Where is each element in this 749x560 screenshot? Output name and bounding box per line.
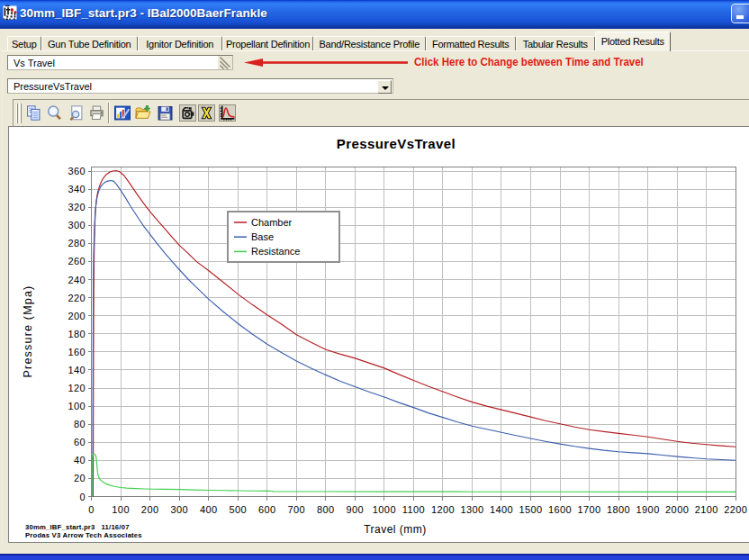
- titlebar-edge: [0, 27, 749, 29]
- x-tick-label: 1200: [431, 504, 455, 515]
- plot-setup-icon: [219, 104, 236, 122]
- y-tick-label: 0: [80, 492, 86, 502]
- title-bar: 30mm_IBF_start.pr3 - IBal2000BaerFrankle: [0, 0, 749, 27]
- minimize-button[interactable]: [731, 4, 749, 23]
- y-tick-label: 100: [68, 401, 86, 411]
- zoom-icon: [47, 105, 62, 121]
- chart-footnote-file: 30mm_IBF_start.pr3 11/16/07: [25, 523, 130, 531]
- copy-icon: [26, 105, 41, 121]
- x-tick-label: 100: [112, 504, 130, 515]
- tab-gun-tube-definition[interactable]: Gun Tube Definition: [41, 36, 138, 50]
- tab-plotted-results[interactable]: Plotted Results: [595, 32, 672, 51]
- print-button[interactable]: [86, 102, 107, 124]
- y-tick-label: 260: [68, 256, 86, 266]
- x-tick-label: 0: [88, 504, 95, 515]
- pressure-chart: PressureVsTravel010020030040050060070080…: [9, 127, 749, 543]
- x-tick-label: 300: [170, 504, 188, 515]
- x-tick-label: 2000: [665, 504, 689, 515]
- save-icon: [158, 105, 173, 121]
- x-tick-label: 400: [200, 504, 218, 515]
- y-tick-label: 20: [74, 473, 86, 483]
- y-tick-label: 300: [68, 220, 86, 230]
- y-axis-label: Pressure (Mpa): [22, 285, 34, 378]
- y-tick-label: 200: [68, 311, 86, 321]
- y-tick-label: 80: [74, 419, 86, 429]
- x-tick-label: 1900: [636, 504, 660, 515]
- x-tick-label: 600: [258, 504, 276, 515]
- y-tick-label: 340: [68, 184, 86, 194]
- x-tick-label: 1400: [490, 504, 513, 515]
- dropdown-button[interactable]: [377, 80, 392, 94]
- x-tick-label: 1800: [607, 504, 630, 515]
- toolbar-grip[interactable]: [16, 104, 18, 123]
- open-icon: [135, 105, 151, 121]
- x-tick-label: 1700: [578, 504, 601, 515]
- x-tick-label: 700: [288, 504, 306, 515]
- x-tick-label: 2200: [724, 504, 747, 515]
- x-axis-label: Travel (mm): [364, 523, 427, 536]
- x-tick-label: 500: [229, 504, 247, 515]
- application-window: 30mm_IBF_start.pr3 - IBal2000BaerFrankle…: [0, 0, 749, 560]
- chart-footnote-brand: Prodas V3 Arrow Tech Associates: [25, 531, 142, 539]
- tab-tabular-results[interactable]: Tabular Results: [516, 36, 595, 50]
- legend-label-base: Base: [251, 231, 274, 242]
- axis-mode-field[interactable]: Vs Travel: [7, 55, 233, 70]
- app-icon: [3, 5, 17, 20]
- excel-export-button[interactable]: [196, 102, 217, 124]
- chart-wizard-icon: [114, 105, 131, 121]
- legend-label-resistance: Resistance: [251, 246, 300, 257]
- y-tick-label: 240: [68, 275, 86, 285]
- x-tick-label: 900: [347, 504, 365, 515]
- caret-down-icon: [382, 86, 389, 90]
- y-tick-label: 140: [68, 365, 86, 375]
- plot-setup-button[interactable]: [217, 102, 238, 124]
- capture-icon: [179, 104, 196, 122]
- chart-wizard-button[interactable]: [112, 102, 132, 124]
- x-tick-label: 1500: [519, 504, 542, 515]
- tab-ignitor-definition[interactable]: Ignitor Definition: [138, 36, 223, 50]
- copy-button[interactable]: [23, 102, 44, 124]
- y-tick-label: 180: [68, 329, 86, 339]
- resize-grip-icon[interactable]: [218, 57, 232, 69]
- zoom-button[interactable]: [44, 102, 65, 124]
- toolbar-separator: [108, 103, 110, 123]
- y-tick-label: 120: [68, 383, 86, 393]
- y-tick-label: 280: [68, 238, 86, 248]
- y-tick-label: 320: [68, 202, 86, 212]
- tab-propellant-definition[interactable]: Propellant Definition: [222, 36, 313, 50]
- tab-setup[interactable]: Setup: [7, 36, 42, 50]
- y-tick-label: 220: [68, 293, 86, 303]
- annotation-text: Click Here to Change between Time and Tr…: [414, 56, 646, 68]
- x-tick-label: 1600: [548, 504, 572, 515]
- print-preview-icon: [68, 105, 84, 121]
- capture-button[interactable]: [177, 102, 198, 124]
- print-preview-button[interactable]: [66, 102, 86, 124]
- y-tick-label: 60: [74, 437, 86, 447]
- chart-title: PressureVsTravel: [337, 136, 456, 151]
- y-tick-label: 160: [68, 347, 86, 357]
- print-icon: [89, 105, 104, 121]
- axis-mode-value: Vs Travel: [14, 57, 55, 69]
- annotation-arrow-icon: [243, 55, 419, 70]
- legend-label-chamber: Chamber: [251, 217, 293, 228]
- y-tick-label: 360: [68, 166, 86, 176]
- x-tick-label: 200: [141, 504, 159, 515]
- tab-formatted-results[interactable]: Formatted Results: [426, 36, 517, 50]
- y-tick-label: 40: [74, 455, 86, 465]
- x-tick-label: 1300: [460, 504, 483, 515]
- window-title: 30mm_IBF_start.pr3 - IBal2000BaerFrankle: [20, 6, 267, 20]
- minimize-icon: [736, 15, 744, 19]
- plot-select-value: PressureVsTravel: [14, 80, 92, 93]
- x-tick-label: 800: [317, 504, 335, 515]
- x-tick-label: 1000: [373, 504, 396, 515]
- plot-select[interactable]: PressureVsTravel: [7, 78, 393, 94]
- open-button[interactable]: [132, 102, 153, 124]
- x-tick-label: 2100: [695, 504, 718, 515]
- toolbar: [13, 99, 749, 126]
- background-window-strip: [0, 555, 749, 560]
- chart-panel: PressureVsTravel010020030040050060070080…: [8, 126, 749, 543]
- x-tick-label: 1100: [402, 504, 425, 515]
- tab-band-resistance-profile[interactable]: Band/Resistance Profile: [313, 36, 426, 50]
- excel-export-icon: [198, 104, 215, 122]
- save-button[interactable]: [155, 102, 176, 124]
